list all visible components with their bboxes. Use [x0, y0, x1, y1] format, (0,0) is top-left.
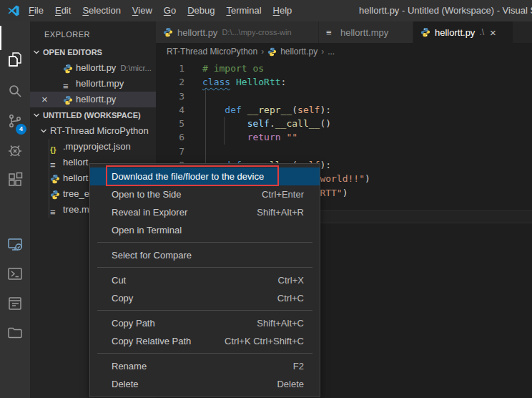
menu-item-copy[interactable]: CopyCtrl+C	[90, 289, 320, 307]
indent-guide	[224, 117, 225, 145]
context-menu: Download the file/floder to the deviceOp…	[89, 163, 320, 397]
file-lines-icon: ≡	[326, 27, 336, 37]
terminal-icon[interactable]	[6, 266, 24, 283]
close-icon[interactable]: ×	[41, 92, 53, 107]
breadcrumb-file[interactable]: hellortt.py	[280, 47, 317, 57]
indent-guide	[205, 89, 206, 166]
active-view-indicator	[0, 26, 1, 50]
debug-icon[interactable]	[6, 142, 24, 159]
window-title: hellortt.py - Untitled (Workspace) - Vis…	[359, 0, 532, 21]
menu-item-rename[interactable]: RenameF2	[90, 357, 320, 375]
tree-folder-rt-thread-micropython[interactable]: RT-Thread MicroPython	[30, 123, 156, 139]
vscode-logo-icon	[7, 4, 20, 17]
tab-hellortt-mpy-2[interactable]: ≡hellortt.mpy	[319, 21, 413, 43]
breadcrumb-more[interactable]: ...	[327, 47, 335, 57]
file-lines-icon: ≡	[63, 79, 73, 89]
code-line-7: 7	[156, 145, 532, 158]
breadcrumb-separator: ›	[321, 47, 324, 57]
menubar-selection[interactable]: Selection	[77, 0, 126, 21]
menu-bar: FileEditSelectionViewGoDebugTerminalHelp	[23, 0, 297, 21]
tree-indent-guide	[49, 139, 49, 218]
file-lines-icon: ≡	[50, 157, 60, 168]
device-monitor-icon[interactable]	[6, 236, 24, 253]
menu-item-open-in-terminal[interactable]: Open in Terminal	[90, 221, 320, 239]
menu-separator	[90, 307, 320, 314]
title-bar: FileEditSelectionViewGoDebugTerminalHelp…	[0, 0, 532, 21]
chevron-down-icon	[33, 49, 40, 56]
python-icon	[163, 27, 173, 37]
menu-item-copy-path[interactable]: Copy PathShift+Alt+C	[90, 314, 320, 332]
menubar-file[interactable]: File	[23, 0, 49, 21]
json-braces-icon: {}	[50, 142, 60, 152]
tab-bar: hellortt.pyD:\...\mpy-cross-win≡hellortt…	[156, 21, 532, 43]
menu-separator	[90, 239, 320, 246]
vscode-window: FileEditSelectionViewGoDebugTerminalHelp…	[0, 0, 532, 398]
extensions-icon[interactable]	[6, 171, 24, 188]
close-icon[interactable]: ×	[490, 26, 496, 39]
code-line-5: 5 self.__call__()	[156, 117, 532, 130]
menubar-view[interactable]: View	[127, 0, 158, 21]
menu-separator	[90, 350, 320, 357]
menu-item-download-the-file-floder-to-the-device[interactable]: Download the file/floder to the device	[90, 168, 320, 185]
menubar-go[interactable]: Go	[158, 0, 182, 21]
folder-icon[interactable]	[6, 324, 24, 341]
breadcrumb-folder[interactable]: RT-Thread MicroPython	[167, 47, 257, 57]
chevron-down-icon	[33, 112, 40, 119]
breadcrumb: RT-Thread MicroPython › hellortt.py › ..…	[156, 43, 532, 60]
code-line-6: 6 return ""	[156, 130, 532, 144]
open-editor-hellortt-py[interactable]: hellortt.pyD:\micr...	[30, 60, 156, 76]
open-editors-header[interactable]: OPEN EDITORS	[30, 44, 156, 60]
menu-item-delete[interactable]: DeleteDelete	[90, 375, 320, 393]
breadcrumb-separator: ›	[261, 47, 264, 57]
open-editors-list: hellortt.pyD:\micr...≡hellortt.mpy×hello…	[30, 60, 156, 107]
context-menu-items: Download the file/floder to the deviceOp…	[90, 168, 320, 393]
explorer-icon[interactable]	[6, 51, 24, 68]
menu-item-copy-relative-path[interactable]: Copy Relative PathCtrl+K Ctrl+Shift+C	[90, 332, 320, 350]
menubar-debug[interactable]: Debug	[182, 0, 220, 21]
file-lines-icon: ≡	[50, 205, 60, 215]
menu-separator	[90, 264, 320, 271]
open-editor-hellortt-py[interactable]: ×hellortt.py	[30, 92, 156, 107]
menubar-help[interactable]: Help	[267, 0, 298, 21]
code-line-3: 3	[156, 89, 532, 103]
menu-item-reveal-in-explorer[interactable]: Reveal in ExplorerShift+Alt+R	[90, 203, 320, 221]
chevron-down-icon	[40, 127, 47, 135]
tab-hellortt-py-1[interactable]: hellortt.pyD:\...\mpy-cross-win	[156, 21, 319, 43]
python-icon	[50, 189, 60, 199]
open-editor-hellortt-mpy[interactable]: ≡hellortt.mpy	[30, 76, 156, 92]
activity-bar: 4	[0, 21, 30, 398]
source-control-badge: 4	[16, 124, 26, 135]
python-icon	[50, 173, 60, 183]
menu-item-select-for-compare[interactable]: Select for Compare	[90, 246, 320, 264]
tab-hellortt-py-3[interactable]: hellortt.py.\×	[413, 21, 513, 43]
menu-item-open-to-the-side[interactable]: Open to the SideCtrl+Enter	[90, 185, 320, 203]
python-icon	[63, 94, 73, 105]
python-icon	[63, 63, 73, 73]
sidebar-title: EXPLORER	[30, 21, 156, 44]
code-line-4: 4 def __repr__(self):	[156, 103, 532, 117]
code-line-1: 1# import os	[156, 62, 532, 75]
python-icon	[267, 47, 277, 57]
menubar-terminal[interactable]: Terminal	[220, 0, 267, 21]
menubar-edit[interactable]: Edit	[49, 0, 77, 21]
notes-icon[interactable]	[6, 295, 24, 312]
python-icon	[420, 27, 430, 37]
workspace-header[interactable]: UNTITLED (WORKSPACE)	[30, 107, 156, 123]
code-line-2: 2class HelloRtt:	[156, 75, 532, 89]
search-icon[interactable]	[6, 82, 24, 100]
menu-item-cut[interactable]: CutCtrl+X	[90, 271, 320, 289]
